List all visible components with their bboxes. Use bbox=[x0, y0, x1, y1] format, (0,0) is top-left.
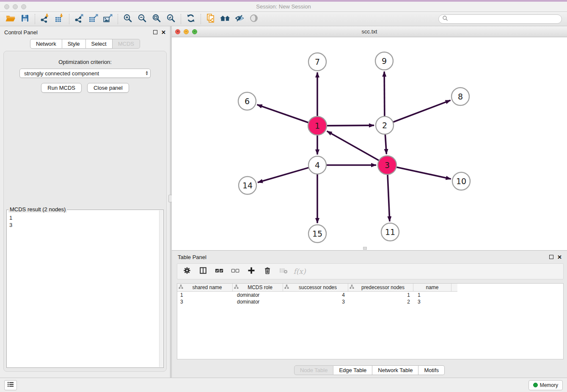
home-button[interactable] bbox=[218, 13, 232, 25]
tab-network-table[interactable]: Network Table bbox=[372, 365, 418, 375]
cell-successor-nodes[interactable]: 3 bbox=[283, 298, 348, 305]
toolbar-separator bbox=[201, 14, 201, 24]
search-input[interactable] bbox=[450, 16, 558, 22]
toolbar-separator bbox=[35, 14, 35, 24]
mcds-result-box: MCDS result (2 nodes) 1 3 bbox=[6, 210, 164, 368]
column-header-mcds-role[interactable]: MCDS role bbox=[233, 284, 283, 292]
graph-edge-2-8[interactable] bbox=[393, 100, 451, 122]
graph-node-label-8: 8 bbox=[458, 92, 463, 101]
mcds-panel: Optimization criterion: strongly connect… bbox=[3, 51, 167, 372]
search-box[interactable] bbox=[438, 14, 562, 24]
task-history-button[interactable] bbox=[4, 380, 17, 390]
table-row[interactable]: 3 dominator 3 2 3 bbox=[177, 298, 563, 305]
hide-graphics-details-button[interactable] bbox=[232, 13, 247, 25]
cell-name[interactable]: 1 bbox=[413, 292, 451, 298]
network-canvas[interactable]: 7968124314101511 bbox=[172, 37, 567, 250]
graph-node-label-11: 11 bbox=[385, 227, 395, 237]
cell-shared-name[interactable]: 1 bbox=[177, 292, 233, 298]
save-session-button[interactable] bbox=[18, 13, 32, 25]
close-panel-icon[interactable]: ✕ bbox=[161, 30, 166, 35]
show-all-columns-button[interactable] bbox=[212, 265, 226, 278]
canvas-grip[interactable] bbox=[363, 247, 367, 250]
refresh-button[interactable] bbox=[184, 13, 198, 25]
titlebar: Session: New Session bbox=[0, 2, 567, 12]
checked-boxes-icon bbox=[215, 267, 223, 276]
tab-network[interactable]: Network bbox=[30, 39, 62, 49]
cell-name[interactable]: 3 bbox=[413, 298, 451, 305]
tab-select[interactable]: Select bbox=[86, 39, 113, 49]
tab-style[interactable]: Style bbox=[62, 39, 86, 49]
unchecked-boxes-icon bbox=[231, 267, 239, 276]
zoom-out-icon bbox=[138, 14, 147, 25]
graph-edge-3-10[interactable] bbox=[396, 167, 451, 179]
run-mcds-button[interactable]: Run MCDS bbox=[41, 83, 82, 93]
table-settings-button[interactable] bbox=[180, 265, 194, 278]
cell-predecessor-nodes[interactable]: 2 bbox=[348, 298, 413, 305]
export-image-button[interactable] bbox=[101, 13, 115, 25]
graph-edge-3-1[interactable] bbox=[327, 131, 379, 160]
import-table-button[interactable] bbox=[52, 13, 66, 25]
optimization-criterion-select[interactable]: strongly connected component ▲▼ bbox=[19, 69, 151, 78]
delete-table-icon bbox=[279, 267, 288, 276]
optimization-criterion-label: Optimization criterion: bbox=[4, 59, 166, 65]
column-header-predecessor-nodes[interactable]: predecessor nodes bbox=[348, 284, 413, 292]
import-network-button[interactable] bbox=[38, 13, 52, 25]
cell-successor-nodes[interactable]: 4 bbox=[283, 292, 348, 298]
zoom-fit-icon bbox=[152, 14, 161, 25]
float-table-panel-icon[interactable] bbox=[549, 255, 553, 259]
zoom-fit-button[interactable] bbox=[149, 13, 164, 25]
cell-mcds-role[interactable]: dominator bbox=[233, 292, 283, 298]
cell-shared-name[interactable]: 3 bbox=[177, 298, 233, 305]
eye-disabled-icon bbox=[249, 14, 259, 25]
delete-column-button[interactable] bbox=[260, 265, 275, 278]
zoom-selected-button[interactable] bbox=[164, 13, 178, 25]
zoom-in-button[interactable] bbox=[121, 13, 135, 25]
tab-edge-table[interactable]: Edge Table bbox=[333, 365, 372, 375]
column-header-name[interactable]: name bbox=[413, 284, 451, 292]
control-panel-header: Control Panel ✕ bbox=[0, 26, 170, 38]
tree-icon bbox=[350, 284, 354, 290]
close-table-panel-icon[interactable]: ✕ bbox=[557, 254, 562, 260]
toolbar-separator bbox=[69, 14, 69, 24]
export-table-icon bbox=[88, 14, 99, 25]
column-header-shared-name[interactable]: shared name bbox=[177, 284, 233, 292]
graph-edge-1-6[interactable] bbox=[257, 105, 309, 122]
import-table-icon bbox=[55, 14, 64, 25]
column-header-successor-nodes[interactable]: successor nodes bbox=[283, 284, 348, 292]
clone-network-button[interactable] bbox=[204, 13, 218, 25]
result-scrollbar[interactable] bbox=[159, 210, 163, 367]
network-window-titlebar: ✕ − + scc.txt bbox=[172, 26, 567, 37]
graph-node-label-6: 6 bbox=[245, 97, 250, 106]
toggle-column-panel-button[interactable] bbox=[196, 265, 210, 278]
graph-node-label-9: 9 bbox=[382, 56, 387, 66]
graph-edge-2-3[interactable] bbox=[385, 134, 386, 154]
export-table-button[interactable] bbox=[86, 13, 101, 25]
tab-node-table[interactable]: Node Table bbox=[294, 365, 334, 375]
mcds-result-text[interactable]: 1 3 bbox=[9, 214, 159, 367]
tab-motifs[interactable]: Motifs bbox=[418, 365, 445, 375]
export-network-button[interactable] bbox=[72, 13, 86, 25]
hide-all-columns-button[interactable] bbox=[228, 265, 242, 278]
graph-node-label-7: 7 bbox=[315, 57, 320, 66]
select-stepper-icon: ▲▼ bbox=[145, 71, 149, 76]
graph-edge-3-11[interactable] bbox=[388, 174, 390, 221]
cell-mcds-role[interactable]: dominator bbox=[233, 298, 283, 305]
tree-icon bbox=[234, 284, 239, 290]
zoom-out-button[interactable] bbox=[135, 13, 149, 25]
memory-status-icon bbox=[533, 383, 538, 387]
create-column-button[interactable] bbox=[244, 265, 259, 278]
graph-edge-4-14[interactable] bbox=[258, 168, 309, 182]
close-panel-button[interactable]: Close panel bbox=[87, 83, 129, 93]
graph-edge-1-2[interactable] bbox=[327, 125, 374, 126]
workspace: ✕ − + scc.txt 7968124314101511 Table Pan… bbox=[172, 26, 567, 378]
tab-mcds[interactable]: MCDS bbox=[113, 39, 140, 49]
float-panel-icon[interactable] bbox=[153, 30, 157, 34]
graph-edge-2-9[interactable] bbox=[384, 72, 385, 116]
cell-predecessor-nodes[interactable]: 1 bbox=[348, 292, 413, 298]
tree-icon bbox=[179, 284, 183, 290]
table-row[interactable]: 1 dominator 4 1 1 bbox=[177, 292, 563, 298]
open-session-button[interactable] bbox=[3, 13, 18, 25]
home-icon bbox=[220, 14, 231, 25]
toggle-bird-view-button[interactable] bbox=[247, 13, 261, 25]
memory-button[interactable]: Memory bbox=[528, 380, 563, 390]
